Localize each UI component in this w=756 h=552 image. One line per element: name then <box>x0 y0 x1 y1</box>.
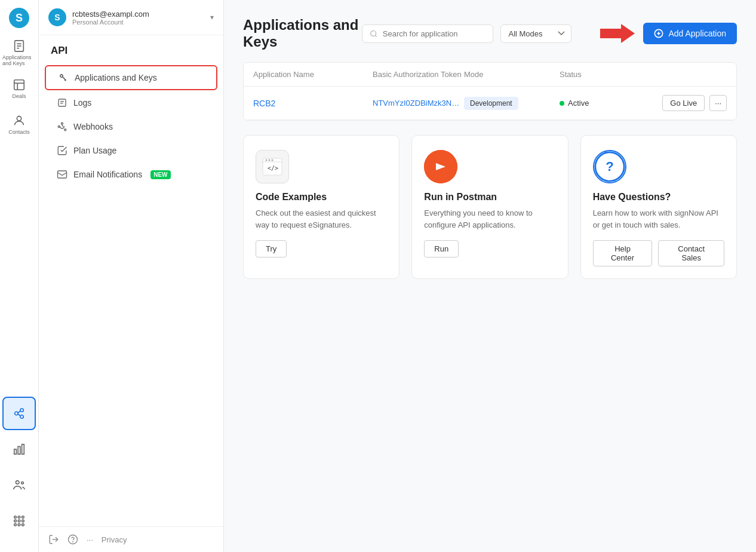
svg-point-10 <box>15 412 19 415</box>
svg-text:?: ? <box>606 159 614 174</box>
svg-point-38 <box>69 535 78 544</box>
mode-cell: Development <box>464 97 560 110</box>
svg-text:S: S <box>16 12 23 24</box>
sidebar-item-email-notifications[interactable]: Email Notifications NEW <box>45 163 217 186</box>
svg-rect-17 <box>22 444 24 455</box>
nav-analytics[interactable] <box>2 433 36 466</box>
search-icon <box>370 29 377 38</box>
card-run-in-postman: Run in Postman Everything you need to kn… <box>411 135 568 279</box>
svg-point-29 <box>60 75 63 78</box>
svg-marker-42 <box>600 24 635 43</box>
svg-rect-16 <box>18 446 20 454</box>
card-run-in-postman-desc: Everything you need to know to configure… <box>424 207 555 231</box>
search-box[interactable] <box>362 24 493 43</box>
sidebar-item-applications-label: Applications and Keys <box>75 73 157 82</box>
status-dot <box>560 101 564 106</box>
nav-documents-label: Applications and Keys <box>2 54 36 66</box>
card-have-questions-title: Have Questions? <box>593 192 724 203</box>
postman-icon <box>424 150 457 183</box>
sidebar-item-plan-usage-label: Plan Usage <box>73 146 116 155</box>
more-actions-button[interactable]: ··· <box>709 95 727 111</box>
help-icon-wrap: ? <box>593 150 626 183</box>
main-content: Applications and Keys All Modes Developm… <box>224 0 756 552</box>
help-center-button[interactable]: Help Center <box>593 240 653 266</box>
svg-rect-36 <box>58 171 67 178</box>
svg-point-23 <box>14 520 17 522</box>
sidebar-item-applications-and-keys[interactable]: Applications and Keys <box>45 65 217 90</box>
svg-point-49 <box>269 160 271 161</box>
webhooks-icon <box>57 121 67 132</box>
code-examples-icon-wrap: </> <box>256 150 289 183</box>
svg-point-34 <box>62 122 63 124</box>
search-input[interactable] <box>383 29 486 38</box>
add-application-label: Add Application <box>668 29 726 38</box>
brand-logo: S <box>8 7 30 29</box>
sidebar-item-webhooks-label: Webhooks <box>73 122 113 131</box>
page-title: Applications and Keys <box>243 17 362 50</box>
privacy-link[interactable]: Privacy <box>102 535 127 544</box>
svg-point-48 <box>266 160 268 161</box>
status-cell: Active <box>560 99 655 108</box>
card-run-in-postman-btn[interactable]: Run <box>424 240 459 257</box>
nav-users[interactable] <box>2 468 36 502</box>
contact-sales-button[interactable]: Contact Sales <box>658 240 724 266</box>
sidebar: S rcbtests@exampl.com Personal Account ▾… <box>39 0 224 552</box>
user-menu[interactable]: S rcbtests@exampl.com Personal Account ▾ <box>39 0 223 35</box>
nav-documents[interactable]: Applications and Keys <box>2 36 36 69</box>
card-have-questions-desc: Learn how to work with signNow API or ge… <box>593 207 724 231</box>
postman-icon-wrap <box>424 150 457 183</box>
nav-deals[interactable]: Deals <box>2 72 36 105</box>
table-actions: Go Live ··· <box>655 95 727 111</box>
mode-select-wrapper: All Modes Development Production <box>500 24 571 43</box>
table-header: Application Name Basic Authorization Tok… <box>244 63 736 87</box>
add-application-button[interactable]: Add Application <box>643 23 737 44</box>
arrow-indicator <box>579 23 636 44</box>
svg-line-13 <box>18 411 20 413</box>
new-badge: NEW <box>150 170 170 179</box>
cards-row: </> Code Examples Check out the easiest … <box>243 135 737 279</box>
user-email: rcbtests@exampl.com <box>72 10 210 19</box>
user-caret-icon: ▾ <box>210 13 214 22</box>
card-code-examples: </> Code Examples Check out the easiest … <box>243 135 399 279</box>
svg-point-12 <box>20 415 24 419</box>
app-name-cell[interactable]: RCB2 <box>253 99 373 108</box>
mode-badge: Development <box>464 97 518 110</box>
token-cell[interactable]: NTVmYzI0ZDBiMzk3NGQ5MTFhZTVkZGM1MjQyNDg1… <box>373 99 464 108</box>
card-code-examples-btn[interactable]: Try <box>256 240 287 257</box>
svg-point-33 <box>58 126 60 128</box>
sidebar-item-logs-label: Logs <box>73 98 91 108</box>
card-code-examples-title: Code Examples <box>256 192 387 203</box>
logs-icon <box>57 97 67 108</box>
nav-apps[interactable] <box>2 504 36 538</box>
applications-table: Application Name Basic Authorization Tok… <box>243 62 737 121</box>
svg-point-22 <box>22 516 24 519</box>
code-icon: </> <box>260 155 284 179</box>
mode-select[interactable]: All Modes Development Production <box>500 24 571 43</box>
avatar: S <box>48 8 66 26</box>
icon-bar: S Applications and Keys Deals Contacts <box>0 0 39 552</box>
svg-point-19 <box>21 482 24 484</box>
plus-circle-icon <box>654 29 663 38</box>
nav-api[interactable] <box>2 397 36 430</box>
sidebar-item-email-notifications-label: Email Notifications <box>73 170 142 179</box>
logout-icon[interactable] <box>48 534 59 545</box>
sidebar-item-logs[interactable]: Logs <box>45 91 217 114</box>
nav-contacts[interactable]: Contacts <box>2 108 36 141</box>
col-app-name: Application Name <box>253 70 373 79</box>
help-icon[interactable] <box>67 534 78 545</box>
go-live-button[interactable]: Go Live <box>662 95 705 111</box>
svg-point-40 <box>371 30 376 36</box>
svg-line-14 <box>18 414 20 416</box>
email-notifications-icon <box>57 169 67 180</box>
more-options-icon[interactable]: ··· <box>87 535 93 544</box>
sidebar-item-plan-usage[interactable]: Plan Usage <box>45 139 217 162</box>
svg-point-20 <box>14 516 17 519</box>
card-have-questions: ? Have Questions? Learn how to work with… <box>580 135 737 279</box>
svg-rect-6 <box>14 79 24 90</box>
sidebar-item-webhooks[interactable]: Webhooks <box>45 115 217 138</box>
svg-point-50 <box>272 160 273 161</box>
card-run-in-postman-title: Run in Postman <box>424 192 555 203</box>
svg-point-35 <box>64 129 66 131</box>
svg-point-25 <box>22 520 24 522</box>
status-text: Active <box>568 99 589 108</box>
